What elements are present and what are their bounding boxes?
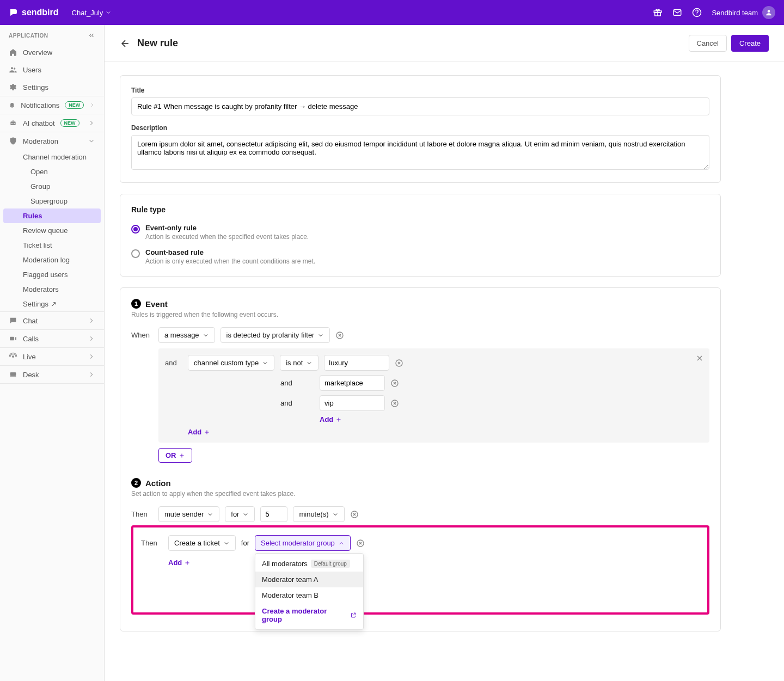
select-value: Select moderator group <box>261 539 335 547</box>
robot-icon <box>9 119 17 127</box>
sidebar-label: Desk <box>23 371 39 379</box>
dropdown-create-group-link[interactable]: Create a moderator group <box>255 603 363 627</box>
action-select[interactable]: Create a ticket <box>168 535 236 551</box>
cond-subject-select[interactable]: channel custom type <box>188 355 274 371</box>
for-label: for <box>241 539 249 547</box>
remove-icon[interactable] <box>350 510 359 519</box>
sidebar-sub-group[interactable]: Group <box>0 179 104 194</box>
sidebar-label: Live <box>23 353 36 361</box>
gift-icon[interactable] <box>653 8 663 17</box>
sidebar-sub-supergroup[interactable]: Supergroup <box>0 194 104 208</box>
arrow-left-icon <box>120 38 131 49</box>
moderator-group-select[interactable]: Select moderator group <box>255 535 351 551</box>
chevron-right-icon <box>88 335 95 342</box>
sidebar-item-users[interactable]: Users <box>0 61 104 78</box>
sidebar-item-ai-chatbot[interactable]: AI chatbot NEW <box>0 114 104 132</box>
cancel-button[interactable]: Cancel <box>689 35 727 52</box>
step-title: Action <box>145 478 171 488</box>
sidebar-label: Settings <box>23 83 48 91</box>
plus-icon <box>179 452 185 459</box>
sidebar-sub-flagged-users[interactable]: Flagged users <box>0 267 104 282</box>
mail-icon[interactable] <box>672 8 682 17</box>
chevron-down-icon <box>242 511 249 518</box>
sidebar-item-moderation[interactable]: Moderation <box>0 132 104 150</box>
event-subject-select[interactable]: a message <box>158 327 215 343</box>
sidebar-item-desk[interactable]: Desk <box>0 366 104 383</box>
title-input[interactable] <box>131 97 709 115</box>
sidebar-item-chat[interactable]: Chat <box>0 312 104 329</box>
radio-icon <box>131 249 140 258</box>
sendbird-icon <box>9 8 19 17</box>
cond-value-input[interactable] <box>320 395 385 411</box>
new-badge: NEW <box>65 101 84 109</box>
event-predicate-select[interactable]: is detected by profanity filter <box>220 327 330 343</box>
chevron-right-icon <box>89 101 95 109</box>
radio-label: Event-only rule <box>145 224 309 232</box>
sidebar-label: Users <box>23 66 41 74</box>
back-button[interactable] <box>120 38 131 49</box>
sidebar-sub-review-queue[interactable]: Review queue <box>0 223 104 238</box>
description-label: Description <box>131 124 709 132</box>
radio-event-only[interactable]: Event-only rule Action is executed when … <box>131 224 709 241</box>
sidebar-item-notifications[interactable]: Notifications NEW <box>0 96 104 114</box>
avatar <box>762 6 775 19</box>
sidebar-sub-rules[interactable]: Rules <box>3 208 101 223</box>
radio-count-based[interactable]: Count-based rule Action is only executed… <box>131 248 709 265</box>
radio-desc: Action is only executed when the count c… <box>145 257 315 265</box>
add-condition-button[interactable]: Add <box>188 428 210 436</box>
remove-icon[interactable] <box>390 399 399 408</box>
remove-icon[interactable] <box>395 359 403 367</box>
chevron-down-icon <box>306 360 313 366</box>
step-title: Event <box>145 299 168 309</box>
dropdown-item-team-a[interactable]: Moderator team A <box>255 572 363 587</box>
add-action-button[interactable]: Add <box>168 559 191 567</box>
video-icon <box>9 334 17 343</box>
app-selector[interactable]: Chat_July <box>72 9 112 17</box>
sidebar-sub-moderators[interactable]: Moderators <box>0 282 104 297</box>
gear-icon <box>9 83 17 91</box>
or-button[interactable]: OR <box>158 448 192 463</box>
sidebar-sub-settings[interactable]: Settings ↗ <box>0 297 104 311</box>
dropdown-item-team-b[interactable]: Moderator team B <box>255 587 363 603</box>
action-select[interactable]: mute sender <box>158 506 219 522</box>
sidebar-item-overview[interactable]: Overview <box>0 44 104 61</box>
dropdown-label: Moderator team B <box>262 591 318 599</box>
close-icon[interactable] <box>695 354 704 363</box>
radio-label: Count-based rule <box>145 248 315 256</box>
for-select[interactable]: for <box>225 506 255 522</box>
sidebar-sub-ticket-list[interactable]: Ticket list <box>0 238 104 253</box>
cond-value-input[interactable] <box>320 375 385 391</box>
user-menu[interactable]: Sendbird team <box>712 6 775 19</box>
step-desc: Set action to apply when the specified e… <box>131 490 709 498</box>
dropdown-item-all-moderators[interactable]: All moderators Default group <box>255 556 363 572</box>
collapse-icon[interactable] <box>88 32 95 39</box>
plus-icon <box>184 560 191 566</box>
remove-icon[interactable] <box>390 379 399 388</box>
chevron-down-icon <box>223 540 230 547</box>
description-textarea[interactable]: Lorem ipsum dolor sit amet, consectetur … <box>131 135 709 170</box>
brand-logo[interactable]: sendbird <box>9 8 59 17</box>
cond-value-input[interactable] <box>324 355 389 371</box>
sidebar-sub-moderation-log[interactable]: Moderation log <box>0 253 104 267</box>
unit-select[interactable]: minute(s) <box>293 506 344 522</box>
remove-icon[interactable] <box>335 331 344 340</box>
help-icon[interactable] <box>692 8 702 17</box>
and-label: and <box>165 359 182 367</box>
sidebar-item-live[interactable]: Live <box>0 348 104 365</box>
add-value-button[interactable]: Add <box>320 415 342 424</box>
sidebar-item-calls[interactable]: Calls <box>0 330 104 347</box>
add-label: Add <box>188 428 201 436</box>
remove-icon[interactable] <box>356 539 365 548</box>
create-button[interactable]: Create <box>731 35 769 52</box>
chevron-down-icon <box>88 137 95 145</box>
svg-point-7 <box>11 67 13 69</box>
broadcast-icon <box>9 352 17 361</box>
svg-point-12 <box>14 123 15 124</box>
sidebar-sub-channel[interactable]: Channel moderation <box>0 150 104 164</box>
duration-input[interactable] <box>260 506 287 522</box>
select-value: for <box>231 510 239 518</box>
sidebar-sub-open[interactable]: Open <box>0 164 104 179</box>
sidebar-item-settings[interactable]: Settings <box>0 78 104 96</box>
cond-operator-select[interactable]: is not <box>280 355 318 371</box>
user-team: Sendbird team <box>712 9 758 17</box>
